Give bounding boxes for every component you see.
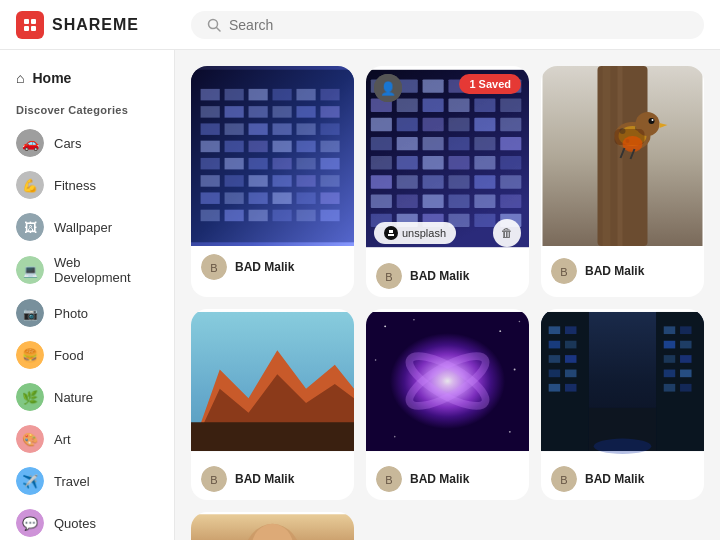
svg-text:🖼: 🖼 bbox=[24, 220, 37, 235]
sidebar-item-wallpaper[interactable]: 🖼 Wallpaper bbox=[0, 206, 174, 248]
pin-image-2: 1 Saved 👤 unsplash 🗑 bbox=[366, 66, 529, 255]
content-area: B BAD Malik bbox=[175, 50, 720, 540]
main-layout: ⌂ Home Discover Categories 🚗 Cars 💪 Fitn… bbox=[0, 50, 720, 540]
svg-rect-59 bbox=[249, 175, 268, 187]
sidebar-item-nature[interactable]: 🌿 Nature bbox=[0, 376, 174, 418]
pin-image-4 bbox=[191, 309, 354, 458]
svg-rect-3 bbox=[31, 26, 36, 31]
pin-user-name-3: BAD Malik bbox=[585, 264, 644, 278]
home-icon: ⌂ bbox=[16, 70, 24, 86]
svg-text:B: B bbox=[385, 474, 392, 486]
svg-rect-57 bbox=[201, 175, 220, 187]
nature-avatar: 🌿 bbox=[16, 383, 44, 411]
search-input[interactable] bbox=[229, 17, 688, 33]
svg-rect-108 bbox=[371, 175, 392, 188]
fitness-label: Fitness bbox=[54, 178, 96, 193]
app-name: SHAREME bbox=[52, 16, 139, 34]
svg-rect-97 bbox=[397, 137, 418, 150]
svg-rect-93 bbox=[448, 118, 469, 131]
search-icon bbox=[207, 18, 221, 32]
svg-rect-72 bbox=[273, 210, 292, 222]
pin-card-2[interactable]: 1 Saved 👤 unsplash 🗑 bbox=[366, 66, 529, 297]
sidebar-item-art[interactable]: 🎨 Art bbox=[0, 418, 174, 460]
sidebar-wrapper: ⌂ Home Discover Categories 🚗 Cars 💪 Fitn… bbox=[0, 50, 175, 540]
svg-rect-117 bbox=[448, 194, 469, 207]
sidebar-item-quotes[interactable]: 💬 Quotes bbox=[0, 502, 174, 540]
cars-avatar: 🚗 bbox=[16, 129, 44, 157]
svg-rect-39 bbox=[201, 123, 220, 135]
svg-rect-95 bbox=[500, 118, 521, 131]
svg-rect-86 bbox=[423, 99, 444, 112]
svg-rect-32 bbox=[320, 89, 339, 101]
svg-rect-51 bbox=[201, 158, 220, 170]
sidebar-item-food[interactable]: 🍔 Food bbox=[0, 334, 174, 376]
svg-rect-56 bbox=[320, 158, 339, 170]
pin-card-3[interactable]: B BAD Malik bbox=[541, 66, 704, 297]
pin-card-1[interactable]: B BAD Malik bbox=[191, 66, 354, 297]
nature-label: Nature bbox=[54, 390, 93, 405]
svg-rect-101 bbox=[500, 137, 521, 150]
web-dev-avatar: 💻 bbox=[16, 256, 44, 284]
unsplash-label: unsplash bbox=[402, 227, 446, 239]
sidebar-home[interactable]: ⌂ Home bbox=[0, 62, 174, 94]
pin-user-avatar-4: B bbox=[201, 466, 227, 492]
svg-rect-60 bbox=[273, 175, 292, 187]
svg-point-196 bbox=[594, 439, 652, 454]
delete-button-2[interactable]: 🗑 bbox=[493, 219, 521, 247]
pin-user-name-4: BAD Malik bbox=[235, 472, 294, 486]
svg-point-147 bbox=[623, 136, 643, 152]
svg-rect-42 bbox=[273, 123, 292, 135]
sidebar-item-web-development[interactable]: 💻 Web Development bbox=[0, 248, 174, 292]
sidebar-item-cars[interactable]: 🚗 Cars bbox=[0, 122, 174, 164]
svg-rect-104 bbox=[423, 156, 444, 169]
svg-text:B: B bbox=[560, 474, 567, 486]
svg-rect-50 bbox=[320, 141, 339, 153]
svg-rect-99 bbox=[448, 137, 469, 150]
svg-rect-100 bbox=[474, 137, 495, 150]
pins-grid: B BAD Malik bbox=[191, 66, 704, 540]
svg-rect-89 bbox=[500, 99, 521, 112]
svg-rect-114 bbox=[371, 194, 392, 207]
sidebar-item-fitness[interactable]: 💪 Fitness bbox=[0, 164, 174, 206]
svg-rect-96 bbox=[371, 137, 392, 150]
svg-text:📷: 📷 bbox=[23, 306, 38, 321]
svg-rect-2 bbox=[24, 26, 29, 31]
pin-card-5[interactable]: B BAD Malik bbox=[366, 309, 529, 500]
svg-rect-116 bbox=[423, 194, 444, 207]
svg-rect-106 bbox=[474, 156, 495, 169]
svg-rect-186 bbox=[680, 326, 692, 334]
svg-rect-191 bbox=[664, 370, 676, 378]
wallpaper-avatar: 🖼 bbox=[16, 213, 44, 241]
sidebar: ⌂ Home Discover Categories 🚗 Cars 💪 Fitn… bbox=[0, 50, 175, 540]
sidebar-discover-title: Discover Categories bbox=[0, 94, 174, 122]
svg-rect-71 bbox=[249, 210, 268, 222]
svg-rect-66 bbox=[273, 192, 292, 204]
svg-rect-174 bbox=[549, 326, 561, 334]
sidebar-item-photo[interactable]: 📷 Photo bbox=[0, 292, 174, 334]
svg-rect-180 bbox=[549, 370, 561, 378]
sidebar-item-travel[interactable]: ✈️ Travel bbox=[0, 460, 174, 502]
art-label: Art bbox=[54, 432, 71, 447]
svg-rect-103 bbox=[397, 156, 418, 169]
svg-rect-105 bbox=[448, 156, 469, 169]
pin-card-4[interactable]: B BAD Malik bbox=[191, 309, 354, 500]
search-bar[interactable] bbox=[191, 11, 704, 39]
svg-rect-119 bbox=[500, 194, 521, 207]
logo-area: SHAREME bbox=[16, 11, 191, 39]
svg-rect-185 bbox=[664, 326, 676, 334]
svg-point-143 bbox=[649, 118, 655, 124]
svg-rect-187 bbox=[664, 341, 676, 349]
svg-rect-111 bbox=[448, 175, 469, 188]
pin-card-6[interactable]: B BAD Malik bbox=[541, 309, 704, 500]
art-avatar: 🎨 bbox=[16, 425, 44, 453]
pin-footer-1: B BAD Malik bbox=[191, 246, 354, 288]
svg-rect-46 bbox=[225, 141, 244, 153]
svg-text:💪: 💪 bbox=[22, 177, 39, 194]
svg-rect-29 bbox=[249, 89, 268, 101]
svg-point-163 bbox=[375, 359, 377, 361]
pin-card-7[interactable] bbox=[191, 512, 354, 540]
quotes-label: Quotes bbox=[54, 516, 96, 531]
unsplash-tag[interactable]: unsplash bbox=[374, 222, 456, 244]
svg-rect-27 bbox=[201, 89, 220, 101]
svg-rect-155 bbox=[191, 422, 354, 451]
